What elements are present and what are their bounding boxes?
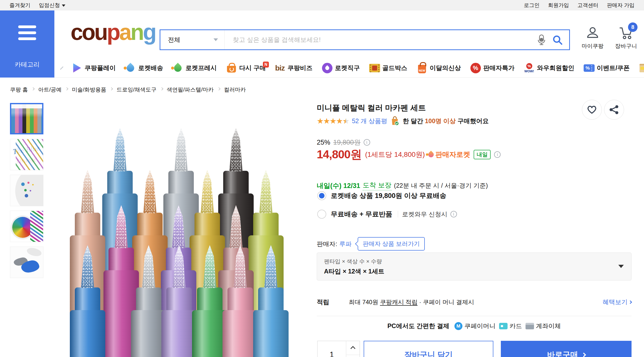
my-coupang-button[interactable]: 마이쿠팡 — [578, 26, 607, 50]
seller-products-button[interactable]: 판매자 상품 보러가기 — [358, 237, 425, 251]
payment-coupay: M쿠페이머니 — [454, 322, 496, 330]
review-count-link[interactable]: 52 개 상품평 — [352, 117, 387, 125]
thumbnail-3[interactable] — [10, 175, 44, 206]
add-to-cart-button[interactable]: 장바구니 담기 — [364, 341, 493, 357]
tomorrow-badge: 내일 — [474, 150, 490, 159]
main-content: The Blue Orange 미니플 메탈릭 컬러 마카펜 세트 — [0, 98, 644, 357]
nav-item-event-coupon[interactable]: % 이벤트/쿠폰 — [584, 62, 630, 73]
chevron-right-icon — [160, 87, 163, 90]
info-icon[interactable] — [364, 139, 370, 146]
thumbnail-1[interactable] — [10, 103, 44, 134]
chevron-right-icon — [217, 87, 220, 90]
buy-now-button[interactable]: 바로구매 — [501, 341, 632, 357]
nav-item-rocket-delivery[interactable]: 로켓배송 — [125, 62, 163, 73]
category-label: 카테고리 — [0, 60, 54, 68]
star-rating: ★★★★★★★★★★ — [317, 117, 349, 125]
nav-item-coupang-play[interactable]: 쿠팡플레이 — [71, 62, 116, 73]
thumbnail-2[interactable]: The Blue Orange — [10, 139, 44, 170]
info-icon[interactable] — [494, 151, 500, 158]
quantity-increase-button[interactable] — [346, 341, 360, 355]
return-box-icon — [639, 62, 644, 73]
quantity-stepper: 1 — [317, 341, 360, 357]
category-menu-button[interactable]: 카테고리 — [0, 10, 54, 77]
search-scope-select[interactable]: 전체 — [160, 30, 225, 49]
nav-item-wow-discount[interactable]: %WOW! 와우회원할인 — [524, 62, 574, 73]
breadcrumb-art-supplies[interactable]: 미술/화방용품 — [72, 86, 106, 93]
marker-skyblue — [253, 245, 288, 357]
product-info: 미니플 메탈릭 컬러 마카펜 세트 ★★★★★★★★★★ 52 개 상품평 — [317, 98, 632, 357]
header: 카테고리 coupang 전체 마이쿠팡 — [0, 10, 644, 59]
breadcrumb-home[interactable]: 쿠팡 홈 — [10, 86, 28, 93]
marker-deep-blue — [70, 245, 105, 357]
cart-count-badge: 8 — [628, 22, 638, 32]
chevron-right-icon — [582, 353, 586, 357]
info-icon[interactable] — [450, 211, 457, 217]
purchase-note: 한 달간 100명 이상 구매했어요 — [403, 117, 489, 125]
shopping-bag-new-icon: NEW — [416, 62, 428, 73]
topbar-store-apply-link[interactable]: 입점신청 — [39, 2, 65, 9]
share-icon — [609, 105, 619, 114]
benefit-link[interactable]: 혜택보기 — [602, 298, 632, 306]
nav-item-gold-box[interactable]: 골드박스 — [369, 62, 407, 73]
topbar-help-link[interactable]: 고객센터 — [578, 2, 598, 9]
breadcrumb-drawing[interactable]: 드로잉/채색도구 — [116, 86, 156, 93]
topbar-favorites-link[interactable]: 즐겨찾기 — [10, 2, 30, 9]
thumbnail-4[interactable] — [10, 211, 44, 242]
option-selector[interactable]: 펜타입 × 색상 수 × 수량 A타입 × 12색 × 1세트 — [317, 253, 632, 281]
topbar-login-link[interactable]: 로그인 — [524, 2, 540, 9]
search-input[interactable] — [225, 30, 538, 49]
divider — [317, 316, 632, 316]
product-main-image[interactable] — [64, 98, 307, 357]
shipping-option-2-label: 무료배송 + 무료반품 — [331, 210, 392, 219]
quantity-value[interactable]: 1 — [318, 341, 346, 357]
marker-green — [192, 245, 228, 357]
nav-item-rocket-fresh[interactable]: 로켓프레시 — [172, 62, 217, 73]
cart-button[interactable]: 8 장바구니 — [612, 26, 640, 50]
nav-item-rocket-overseas[interactable]: 로켓직구 — [322, 62, 360, 73]
rocket-purple-icon — [322, 62, 333, 73]
share-button[interactable] — [604, 100, 624, 120]
coupang-cash-link[interactable]: 쿠팡캐시 적립 — [380, 299, 418, 305]
breadcrumb-pencil-pastel-marker[interactable]: 색연필/파스텔/마카 — [167, 86, 214, 93]
nav-item-buy-again[interactable]: 다시 구매 N — [226, 62, 266, 73]
shipping-option-1-radio[interactable] — [317, 191, 326, 200]
wishlist-button[interactable] — [582, 100, 602, 120]
play-icon — [71, 62, 82, 73]
basket-refresh-icon — [226, 62, 237, 73]
nav-item-seller-deals[interactable]: % 판매자특가 — [470, 62, 514, 73]
user-icon — [586, 26, 600, 40]
seller-name-link[interactable]: 루파 — [339, 240, 352, 248]
shipping-option-2-note: 로켓와우 신청시 — [402, 210, 448, 218]
percent-badge-icon: % — [470, 62, 481, 73]
chevron-right-icon — [628, 300, 632, 304]
option-value: A타입 × 12색 × 1세트 — [324, 267, 614, 276]
breadcrumb-color-marker[interactable]: 컬러마카 — [224, 86, 246, 93]
marker-lavender — [161, 245, 197, 357]
discount-rate: 25% — [317, 139, 330, 146]
shipping-option-2-radio[interactable] — [317, 210, 326, 219]
seller-label: 판매자: — [317, 240, 337, 248]
topbar-signup-link[interactable]: 회원가입 — [548, 2, 569, 9]
coupon-icon: % — [584, 62, 594, 73]
quantity-decrease-button[interactable] — [346, 355, 360, 357]
new-badge: N — [263, 61, 269, 67]
nav-item-return-market[interactable]: 반품마켓 — [639, 62, 644, 73]
heart-icon — [587, 105, 597, 114]
topbar: 즐겨찾기 입점신청 로그인 회원가입 고객센터 판매자 가입 — [0, 0, 644, 10]
thumbnail-5[interactable] — [10, 247, 44, 278]
shipping-option-1-label: 로켓배송 상품 19,800원 이상 무료배송 — [331, 191, 446, 200]
delivery-guarantee: 도착 보장 — [363, 181, 392, 190]
topbar-seller-signup-link[interactable]: 판매자 가입 — [607, 2, 634, 9]
microphone-icon[interactable] — [538, 34, 545, 45]
option-label: 펜타입 × 색상 수 × 수량 — [324, 258, 614, 265]
nav-scroll-left-icon[interactable] — [60, 66, 63, 69]
biz-logo: biz — [275, 64, 285, 72]
search-icon[interactable] — [552, 35, 563, 45]
coupang-logo[interactable]: coupang — [70, 12, 156, 52]
original-price: 19,800원 — [333, 138, 361, 147]
bank-icon — [526, 323, 534, 329]
nav-item-new-arrivals[interactable]: NEW 이달의신상 — [416, 62, 461, 73]
reward-title: 적립 — [317, 298, 349, 306]
nav-item-coupang-biz[interactable]: biz 쿠팡비즈 — [275, 64, 312, 72]
breadcrumb-art[interactable]: 아트/공예 — [38, 86, 62, 93]
